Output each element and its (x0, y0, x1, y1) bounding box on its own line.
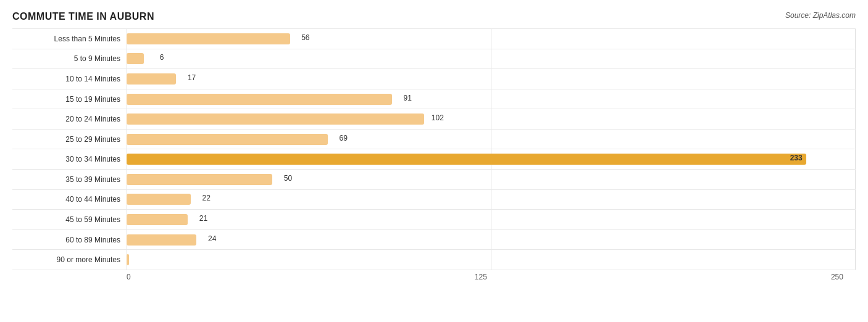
bar-value: 21 (199, 214, 207, 223)
bar: 69 (127, 134, 328, 145)
bar: 91 (127, 94, 392, 105)
bar-row: 5 to 9 Minutes6 (12, 49, 856, 70)
chart-container: COMMUTE TIME IN AUBURN Source: ZipAtlas.… (0, 0, 868, 322)
bar: 6 (127, 53, 144, 64)
bar (127, 254, 129, 265)
bar: 50 (127, 174, 272, 185)
row-label: 60 to 89 Minutes (12, 236, 127, 244)
bar-area: 102 (127, 109, 856, 129)
bar: 17 (127, 73, 176, 85)
bar-row: 40 to 44 Minutes22 (12, 190, 856, 210)
bar-area: 21 (127, 210, 856, 229)
x-axis: 0125250 (127, 270, 856, 287)
bar-area: 17 (127, 69, 856, 89)
row-label: 5 to 9 Minutes (12, 54, 127, 63)
bar: 24 (127, 234, 196, 246)
bar-row: 30 to 34 Minutes233 (12, 149, 856, 170)
bar-value: 91 (404, 94, 412, 102)
chart-source: Source: ZipAtlas.com (785, 11, 856, 20)
row-label: Less than 5 Minutes (12, 35, 127, 43)
bar-row: 15 to 19 Minutes91 (12, 89, 856, 110)
x-axis-label: 125 (475, 273, 487, 281)
bar-row: 90 or more Minutes (12, 250, 856, 270)
rows-container: Less than 5 Minutes565 to 9 Minutes610 t… (12, 28, 856, 270)
row-label: 35 to 39 Minutes (12, 175, 127, 184)
bar-area: 50 (127, 170, 856, 189)
row-label: 10 to 14 Minutes (12, 75, 127, 83)
bar-value: 233 (790, 154, 803, 162)
bar-row: 60 to 89 Minutes24 (12, 230, 856, 250)
bar-area: 24 (127, 230, 856, 250)
x-axis-label: 0 (127, 273, 131, 281)
bar-area: 6 (127, 49, 856, 69)
row-label: 90 or more Minutes (12, 255, 127, 264)
bar-row: 35 to 39 Minutes50 (12, 170, 856, 190)
row-label: 15 to 19 Minutes (12, 95, 127, 104)
row-label: 30 to 34 Minutes (12, 155, 127, 163)
bar: 233 (127, 154, 806, 165)
bar-value: 6 (160, 53, 164, 62)
bar: 21 (127, 214, 188, 225)
row-label: 40 to 44 Minutes (12, 195, 127, 204)
row-label: 25 to 29 Minutes (12, 135, 127, 144)
bar-area: 22 (127, 190, 856, 210)
bar-area (127, 250, 856, 270)
bar-value: 50 (284, 174, 292, 183)
bar-value: 102 (432, 114, 444, 122)
bar-area: 69 (127, 130, 856, 149)
x-axis-label: 250 (831, 273, 843, 281)
bar-area: 233 (127, 149, 856, 169)
row-label: 20 to 24 Minutes (12, 115, 127, 123)
bar-value: 17 (188, 73, 196, 82)
row-label: 45 to 59 Minutes (12, 215, 127, 224)
bar-row: 45 to 59 Minutes21 (12, 210, 856, 230)
bar-value: 24 (208, 234, 216, 243)
bar-row: 10 to 14 Minutes17 (12, 69, 856, 89)
bar-row: 25 to 29 Minutes69 (12, 130, 856, 150)
bar: 56 (127, 33, 290, 44)
bar-row: Less than 5 Minutes56 (12, 28, 856, 49)
chart-title: COMMUTE TIME IN AUBURN (12, 11, 154, 22)
bar: 102 (127, 114, 424, 125)
bar: 22 (127, 194, 191, 205)
bar-value: 56 (301, 33, 309, 42)
bar-value: 69 (340, 134, 348, 142)
chart-header: COMMUTE TIME IN AUBURN Source: ZipAtlas.… (12, 11, 856, 22)
bar-value: 22 (202, 194, 211, 202)
bar-row: 20 to 24 Minutes102 (12, 109, 856, 130)
chart-body: Less than 5 Minutes565 to 9 Minutes610 t… (12, 28, 856, 287)
bar-area: 56 (127, 29, 856, 49)
bar-area: 91 (127, 89, 856, 109)
